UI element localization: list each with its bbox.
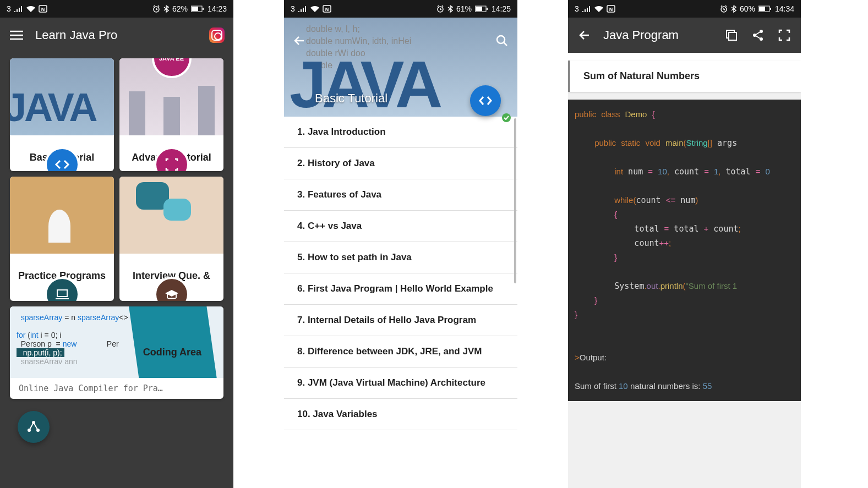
battery-icon bbox=[191, 6, 204, 12]
appbar-3: Java Program bbox=[568, 18, 801, 53]
svg-point-16 bbox=[497, 36, 505, 43]
list-item[interactable]: 4. C++ vs Java bbox=[284, 211, 517, 242]
battery-icon bbox=[758, 6, 772, 12]
code-block[interactable]: public class Demo { public static void m… bbox=[568, 100, 801, 401]
list-item[interactable]: 6. First Java Program | Hello World Exam… bbox=[284, 273, 517, 305]
copy-icon[interactable] bbox=[724, 28, 739, 43]
statusbar-left: 3 N bbox=[7, 4, 47, 13]
hamburger-menu-icon[interactable] bbox=[9, 28, 24, 43]
nfc-icon: N bbox=[607, 5, 615, 13]
carrier-label: 3 bbox=[7, 4, 11, 13]
svg-rect-21 bbox=[759, 7, 765, 11]
svg-rect-23 bbox=[729, 32, 736, 40]
phone-screen-1: 3 N 62% 14:23 Learn Java Pro JAVA B bbox=[0, 0, 233, 488]
back-arrow-icon[interactable] bbox=[577, 28, 592, 43]
list-item[interactable]: 5. How to set path in Java bbox=[284, 242, 517, 273]
statusbar-right: 60% 14:34 bbox=[720, 4, 794, 13]
phone-illustration bbox=[128, 306, 220, 378]
svg-rect-6 bbox=[57, 290, 67, 297]
instagram-icon[interactable] bbox=[209, 28, 225, 43]
app-title: Java Program bbox=[603, 28, 713, 42]
card-coding-area[interactable]: sparseArray = n sparseArray<> for (int i… bbox=[10, 306, 223, 399]
list-item[interactable]: 2. History of Java bbox=[284, 148, 517, 179]
svg-text:N: N bbox=[41, 7, 45, 12]
share-icon[interactable] bbox=[750, 28, 766, 43]
list-item[interactable]: 8. Difference between JDK, JRE, and JVM bbox=[284, 336, 517, 368]
bluetooth-icon bbox=[163, 5, 169, 13]
back-arrow-icon[interactable] bbox=[293, 34, 306, 47]
search-icon[interactable] bbox=[495, 34, 509, 47]
coding-area-subtitle: Online Java Compiler for Pra… bbox=[10, 378, 223, 399]
wifi-icon bbox=[26, 6, 35, 12]
statusbar-2: 3 N 61% 14:25 bbox=[284, 0, 517, 18]
app-title: Learn Java Pro bbox=[35, 28, 198, 42]
coding-area-label: Coding Area bbox=[143, 347, 201, 358]
svg-rect-15 bbox=[487, 8, 488, 10]
phone-screen-2: 3 N 61% 14:25 double w, l, h; double num… bbox=[284, 0, 517, 488]
list-item[interactable]: 7. Internal Details of Hello Java Progra… bbox=[284, 305, 517, 336]
card-basic-tutorial[interactable]: JAVA Basic Tutorial bbox=[10, 58, 114, 171]
wifi-icon bbox=[594, 6, 603, 12]
tutorial-list: 1. Java Introduction 2. History of Java … bbox=[284, 117, 517, 430]
fab-share[interactable] bbox=[18, 411, 50, 443]
code-decor: sparseArray bbox=[17, 313, 62, 322]
battery-pct: 61% bbox=[456, 4, 472, 13]
battery-pct: 62% bbox=[172, 4, 188, 13]
appbar-1: Learn Java Pro bbox=[0, 18, 233, 53]
scrollbar[interactable] bbox=[514, 118, 516, 283]
alarm-icon bbox=[152, 5, 160, 13]
svg-rect-4 bbox=[192, 7, 198, 11]
clock-label: 14:25 bbox=[492, 4, 511, 13]
statusbar-left: 3 N bbox=[575, 4, 615, 13]
list-item[interactable]: 3. Features of Java bbox=[284, 179, 517, 211]
nfc-icon: N bbox=[323, 5, 331, 13]
statusbar-3: 3 N 60% 14:34 bbox=[568, 0, 801, 18]
svg-rect-22 bbox=[770, 8, 771, 10]
statusbar-left: 3 N bbox=[291, 4, 331, 13]
signal-icon bbox=[582, 6, 591, 12]
bluetooth-icon bbox=[447, 5, 453, 13]
statusbar-1: 3 N 62% 14:23 bbox=[0, 0, 233, 18]
signal-icon bbox=[14, 6, 23, 12]
bluetooth-icon bbox=[731, 5, 736, 13]
alarm-icon bbox=[720, 5, 728, 13]
card-interview-qa[interactable]: Interview Que. & Ans. bbox=[119, 177, 223, 301]
fab-code[interactable] bbox=[470, 85, 501, 116]
alarm-icon bbox=[436, 5, 444, 13]
program-title: Sum of Natural Numbers bbox=[568, 61, 801, 92]
card-practice-programs[interactable]: Practice Programs bbox=[10, 177, 114, 301]
svg-rect-14 bbox=[476, 7, 482, 11]
hero-title: Basic Tutorial bbox=[315, 91, 387, 106]
card-advance-tutorial[interactable]: JAVA EE Advance Tutorial bbox=[119, 58, 223, 171]
svg-text:N: N bbox=[325, 7, 329, 12]
fullscreen-icon[interactable] bbox=[777, 28, 792, 43]
statusbar-right: 62% 14:23 bbox=[152, 4, 227, 13]
battery-icon bbox=[475, 6, 488, 12]
clock-label: 14:23 bbox=[208, 4, 227, 13]
svg-rect-5 bbox=[203, 8, 204, 10]
list-item[interactable]: 9. JVM (Java Virtual Machine) Architectu… bbox=[284, 368, 517, 399]
list-item[interactable]: 1. Java Introduction bbox=[284, 117, 517, 148]
statusbar-right: 61% 14:25 bbox=[436, 4, 511, 13]
program-body: Sum of Natural Numbers public class Demo… bbox=[568, 61, 801, 488]
carrier-label: 3 bbox=[575, 4, 579, 13]
java-ee-badge: JAVA EE bbox=[152, 58, 192, 78]
carrier-label: 3 bbox=[291, 4, 295, 13]
svg-text:N: N bbox=[609, 7, 613, 12]
phone-screen-3: 3 N 60% 14:34 Java Program Sum of Natura… bbox=[568, 0, 801, 488]
list-item[interactable]: 10. Java Variables bbox=[284, 399, 517, 430]
battery-pct: 60% bbox=[740, 4, 755, 13]
wifi-icon bbox=[310, 6, 319, 12]
signal-icon bbox=[298, 6, 307, 12]
clock-label: 14:34 bbox=[775, 4, 794, 13]
completed-check-icon bbox=[502, 113, 511, 122]
nfc-icon: N bbox=[39, 5, 47, 13]
